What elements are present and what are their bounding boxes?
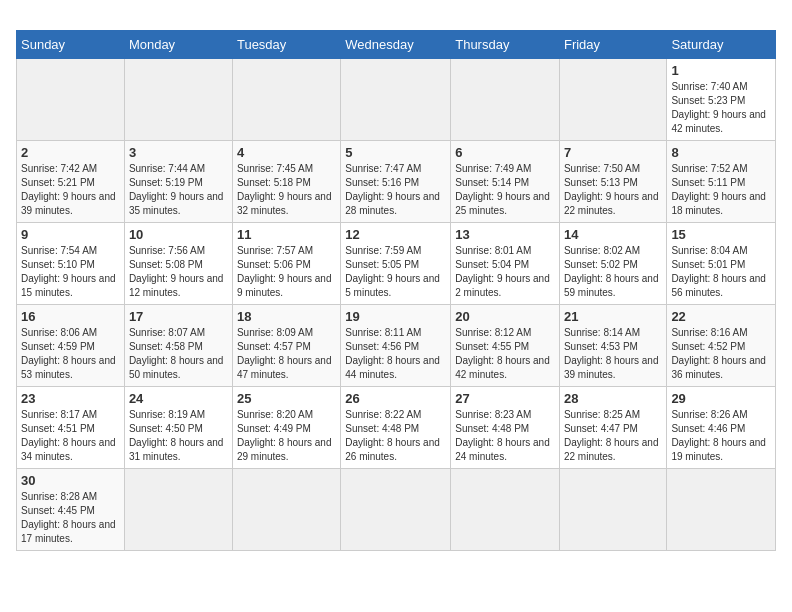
day-number: 4 — [237, 145, 336, 160]
day-info: Sunrise: 8:07 AM Sunset: 4:58 PM Dayligh… — [129, 326, 228, 382]
weekday-header-row: SundayMondayTuesdayWednesdayThursdayFrid… — [17, 31, 776, 59]
day-info: Sunrise: 8:12 AM Sunset: 4:55 PM Dayligh… — [455, 326, 555, 382]
calendar-day-cell: 11Sunrise: 7:57 AM Sunset: 5:06 PM Dayli… — [232, 223, 340, 305]
calendar-day-cell: 24Sunrise: 8:19 AM Sunset: 4:50 PM Dayli… — [124, 387, 232, 469]
day-number: 29 — [671, 391, 771, 406]
day-info: Sunrise: 8:14 AM Sunset: 4:53 PM Dayligh… — [564, 326, 662, 382]
day-info: Sunrise: 8:02 AM Sunset: 5:02 PM Dayligh… — [564, 244, 662, 300]
day-number: 13 — [455, 227, 555, 242]
day-number: 20 — [455, 309, 555, 324]
weekday-header-sunday: Sunday — [17, 31, 125, 59]
day-info: Sunrise: 7:50 AM Sunset: 5:13 PM Dayligh… — [564, 162, 662, 218]
weekday-header-thursday: Thursday — [451, 31, 560, 59]
calendar-day-cell: 29Sunrise: 8:26 AM Sunset: 4:46 PM Dayli… — [667, 387, 776, 469]
calendar-week-row: 30Sunrise: 8:28 AM Sunset: 4:45 PM Dayli… — [17, 469, 776, 551]
day-info: Sunrise: 8:11 AM Sunset: 4:56 PM Dayligh… — [345, 326, 446, 382]
weekday-header-friday: Friday — [559, 31, 666, 59]
calendar-day-cell — [559, 59, 666, 141]
day-info: Sunrise: 7:47 AM Sunset: 5:16 PM Dayligh… — [345, 162, 446, 218]
calendar-day-cell: 15Sunrise: 8:04 AM Sunset: 5:01 PM Dayli… — [667, 223, 776, 305]
weekday-header-monday: Monday — [124, 31, 232, 59]
day-info: Sunrise: 7:57 AM Sunset: 5:06 PM Dayligh… — [237, 244, 336, 300]
calendar-day-cell: 30Sunrise: 8:28 AM Sunset: 4:45 PM Dayli… — [17, 469, 125, 551]
header: General Blue — [16, 16, 776, 20]
day-number: 3 — [129, 145, 228, 160]
day-info: Sunrise: 7:56 AM Sunset: 5:08 PM Dayligh… — [129, 244, 228, 300]
weekday-header-saturday: Saturday — [667, 31, 776, 59]
calendar-day-cell: 10Sunrise: 7:56 AM Sunset: 5:08 PM Dayli… — [124, 223, 232, 305]
calendar-day-cell: 2Sunrise: 7:42 AM Sunset: 5:21 PM Daylig… — [17, 141, 125, 223]
day-number: 15 — [671, 227, 771, 242]
calendar-day-cell — [124, 59, 232, 141]
day-info: Sunrise: 7:54 AM Sunset: 5:10 PM Dayligh… — [21, 244, 120, 300]
day-number: 27 — [455, 391, 555, 406]
day-info: Sunrise: 7:49 AM Sunset: 5:14 PM Dayligh… — [455, 162, 555, 218]
calendar-day-cell: 6Sunrise: 7:49 AM Sunset: 5:14 PM Daylig… — [451, 141, 560, 223]
calendar-day-cell: 1Sunrise: 7:40 AM Sunset: 5:23 PM Daylig… — [667, 59, 776, 141]
day-info: Sunrise: 8:19 AM Sunset: 4:50 PM Dayligh… — [129, 408, 228, 464]
day-number: 2 — [21, 145, 120, 160]
day-number: 21 — [564, 309, 662, 324]
calendar-day-cell — [559, 469, 666, 551]
day-info: Sunrise: 8:17 AM Sunset: 4:51 PM Dayligh… — [21, 408, 120, 464]
day-number: 18 — [237, 309, 336, 324]
calendar-day-cell: 19Sunrise: 8:11 AM Sunset: 4:56 PM Dayli… — [341, 305, 451, 387]
calendar-day-cell: 22Sunrise: 8:16 AM Sunset: 4:52 PM Dayli… — [667, 305, 776, 387]
day-info: Sunrise: 8:26 AM Sunset: 4:46 PM Dayligh… — [671, 408, 771, 464]
calendar-day-cell: 4Sunrise: 7:45 AM Sunset: 5:18 PM Daylig… — [232, 141, 340, 223]
day-number: 12 — [345, 227, 446, 242]
weekday-header-tuesday: Tuesday — [232, 31, 340, 59]
day-number: 8 — [671, 145, 771, 160]
calendar-week-row: 2Sunrise: 7:42 AM Sunset: 5:21 PM Daylig… — [17, 141, 776, 223]
day-number: 24 — [129, 391, 228, 406]
day-info: Sunrise: 7:59 AM Sunset: 5:05 PM Dayligh… — [345, 244, 446, 300]
calendar-day-cell: 3Sunrise: 7:44 AM Sunset: 5:19 PM Daylig… — [124, 141, 232, 223]
day-number: 17 — [129, 309, 228, 324]
calendar-day-cell: 13Sunrise: 8:01 AM Sunset: 5:04 PM Dayli… — [451, 223, 560, 305]
calendar-day-cell — [341, 59, 451, 141]
day-number: 1 — [671, 63, 771, 78]
calendar-day-cell — [451, 59, 560, 141]
calendar-day-cell — [124, 469, 232, 551]
day-number: 30 — [21, 473, 120, 488]
calendar-day-cell: 27Sunrise: 8:23 AM Sunset: 4:48 PM Dayli… — [451, 387, 560, 469]
day-info: Sunrise: 8:01 AM Sunset: 5:04 PM Dayligh… — [455, 244, 555, 300]
calendar-week-row: 23Sunrise: 8:17 AM Sunset: 4:51 PM Dayli… — [17, 387, 776, 469]
calendar-week-row: 9Sunrise: 7:54 AM Sunset: 5:10 PM Daylig… — [17, 223, 776, 305]
calendar-day-cell: 12Sunrise: 7:59 AM Sunset: 5:05 PM Dayli… — [341, 223, 451, 305]
day-number: 28 — [564, 391, 662, 406]
day-number: 19 — [345, 309, 446, 324]
calendar-day-cell: 16Sunrise: 8:06 AM Sunset: 4:59 PM Dayli… — [17, 305, 125, 387]
day-number: 10 — [129, 227, 228, 242]
calendar-day-cell: 25Sunrise: 8:20 AM Sunset: 4:49 PM Dayli… — [232, 387, 340, 469]
day-number: 6 — [455, 145, 555, 160]
calendar-week-row: 1Sunrise: 7:40 AM Sunset: 5:23 PM Daylig… — [17, 59, 776, 141]
day-info: Sunrise: 7:45 AM Sunset: 5:18 PM Dayligh… — [237, 162, 336, 218]
day-info: Sunrise: 8:04 AM Sunset: 5:01 PM Dayligh… — [671, 244, 771, 300]
calendar-day-cell: 23Sunrise: 8:17 AM Sunset: 4:51 PM Dayli… — [17, 387, 125, 469]
weekday-header-wednesday: Wednesday — [341, 31, 451, 59]
day-number: 7 — [564, 145, 662, 160]
calendar-day-cell: 8Sunrise: 7:52 AM Sunset: 5:11 PM Daylig… — [667, 141, 776, 223]
day-info: Sunrise: 8:28 AM Sunset: 4:45 PM Dayligh… — [21, 490, 120, 546]
day-info: Sunrise: 8:16 AM Sunset: 4:52 PM Dayligh… — [671, 326, 771, 382]
day-info: Sunrise: 8:09 AM Sunset: 4:57 PM Dayligh… — [237, 326, 336, 382]
calendar-day-cell: 7Sunrise: 7:50 AM Sunset: 5:13 PM Daylig… — [559, 141, 666, 223]
day-info: Sunrise: 8:25 AM Sunset: 4:47 PM Dayligh… — [564, 408, 662, 464]
calendar-day-cell: 28Sunrise: 8:25 AM Sunset: 4:47 PM Dayli… — [559, 387, 666, 469]
calendar-day-cell: 14Sunrise: 8:02 AM Sunset: 5:02 PM Dayli… — [559, 223, 666, 305]
calendar-day-cell — [667, 469, 776, 551]
day-number: 16 — [21, 309, 120, 324]
calendar-day-cell — [451, 469, 560, 551]
day-number: 11 — [237, 227, 336, 242]
day-info: Sunrise: 8:22 AM Sunset: 4:48 PM Dayligh… — [345, 408, 446, 464]
calendar-day-cell — [232, 59, 340, 141]
day-number: 5 — [345, 145, 446, 160]
day-number: 9 — [21, 227, 120, 242]
calendar-day-cell: 18Sunrise: 8:09 AM Sunset: 4:57 PM Dayli… — [232, 305, 340, 387]
day-info: Sunrise: 7:44 AM Sunset: 5:19 PM Dayligh… — [129, 162, 228, 218]
day-number: 22 — [671, 309, 771, 324]
day-info: Sunrise: 8:23 AM Sunset: 4:48 PM Dayligh… — [455, 408, 555, 464]
day-number: 23 — [21, 391, 120, 406]
calendar-table: SundayMondayTuesdayWednesdayThursdayFrid… — [16, 30, 776, 551]
